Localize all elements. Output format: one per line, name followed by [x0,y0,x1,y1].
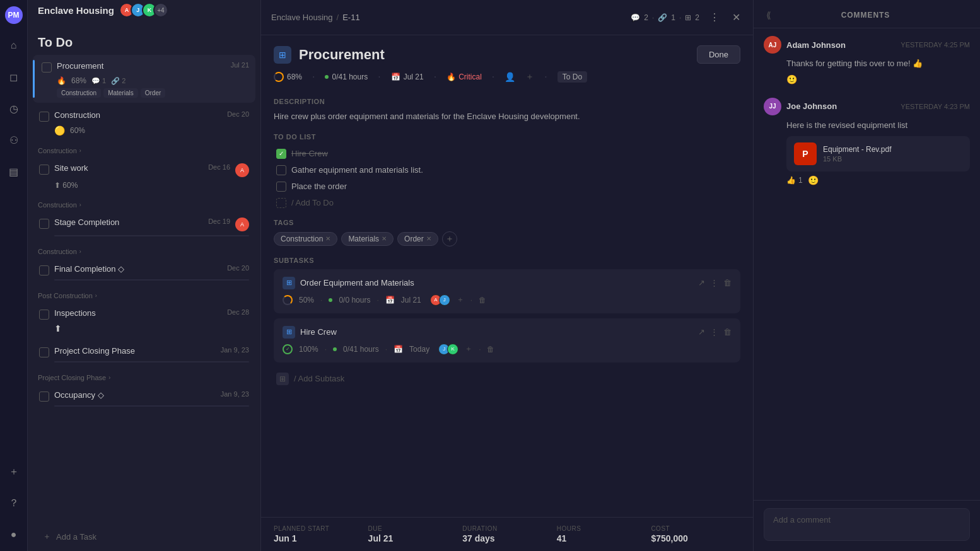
todo-item-0[interactable]: ✓ Hire Crew [274,146,740,162]
task-checkbox-stage[interactable] [39,219,49,229]
subtask-meta-1: ✓ 100% · 0/41 hours · 📅 Today J K ＋ · 🗑 [283,344,732,355]
attachment-name: Equipment - Rev.pdf [823,145,892,154]
subtask-external-1[interactable]: ↗ [698,327,705,337]
todo-check-0[interactable]: ✓ [276,149,286,159]
task-date-procurement: Jul 21 [231,61,249,69]
description-section-title: DESCRIPTION [274,98,740,105]
collapse-button[interactable]: ⟪ [764,9,774,21]
more-options-icon[interactable]: ⋮ [707,9,722,26]
subtask-trash-icon-1[interactable]: 🗑 [487,345,494,354]
tasks-scroll[interactable]: Procurement Jul 21 🔥 68% 💬 1 🔗 2 Constru… [28,55,260,522]
task-item-procurement[interactable]: Procurement Jul 21 🔥 68% 💬 1 🔗 2 Constru… [33,55,255,103]
todo-item-2[interactable]: Place the order [274,178,740,195]
subtask-delete-0[interactable]: 🗑 [723,278,732,287]
avatar: K [447,344,458,355]
tag-pill-materials[interactable]: Materials ✕ [341,232,394,246]
tag-pill-construction[interactable]: Construction ✕ [274,232,337,246]
task-progress-icon-construction: 🟡 [54,125,65,136]
add-icon[interactable]: ＋ [4,461,24,482]
stat-duration: DURATION 37 days [462,525,552,543]
task-item-construction[interactable]: Construction Dec 20 🟡 60% [33,104,255,141]
tag-pill-order[interactable]: Order ✕ [397,232,438,246]
todo-check-1[interactable] [276,165,286,175]
add-todo-button[interactable]: / Add To Do [274,195,740,211]
subtask-meta-0: 50% · 0/0 hours · 📅 Jul 21 A J ＋ · 🗑 [283,294,732,306]
tag-construction: Construction [57,88,101,98]
task-checkbox-occupancy[interactable] [39,392,49,402]
section-label-sitework: Construction › [33,142,255,157]
inbox-icon[interactable]: ◻ [4,67,24,87]
subtask-add-assignee-0[interactable]: ＋ [457,294,464,305]
tag-add-button[interactable]: ＋ [442,231,457,246]
priority-badge[interactable]: 🔥 Critical [446,72,482,81]
subtask-more-0[interactable]: ⋮ [710,278,718,287]
task-item-final[interactable]: Final Completion ◇ Dec 20 [33,258,255,286]
task-item-sitework[interactable]: Site work Dec 16 A ⬆ 60% [33,157,255,195]
clock-icon[interactable]: ◷ [4,98,24,119]
comment-text-1: Here is the revised equipment list [764,119,970,132]
todo-item-1[interactable]: Gather equipment and materials list. [274,162,740,178]
inspections-progress: ⬆ [54,323,62,334]
detail-scroll[interactable]: DESCRIPTION Hire crew plus order equipme… [261,90,753,517]
add-assignee-icon[interactable]: ＋ [525,71,534,83]
comment-time-0: YESTERDAY 4:25 PM [901,41,970,49]
task-checkbox-final[interactable] [39,265,49,276]
date-value: Jul 21 [404,72,424,81]
subtask-avatars-1: J K [438,344,458,355]
active-accent [33,60,35,98]
task-date-construction: Dec 20 [227,110,249,118]
add-subtask-button[interactable]: ⊞ / Add Subtask [274,368,740,390]
subtask-trash-icon-0[interactable]: 🗑 [479,296,486,304]
task-item-occupancy[interactable]: Occupancy ◇ Jan 9, 23 [33,384,255,412]
app-logo[interactable]: PM [5,6,23,24]
tag-remove-order[interactable]: ✕ [426,235,431,242]
task-item-closing[interactable]: Project Closing Phase Jan 9, 23 [33,340,255,368]
home-icon[interactable]: ⌂ [4,35,24,55]
task-checkbox-closing[interactable] [39,347,49,357]
todo-check-2[interactable] [276,182,286,192]
topbar-actions: 💬 2 · 🔗 1 · ⊞ 2 ⋮ ✕ [631,9,743,26]
subtask-external-0[interactable]: ↗ [698,278,705,287]
stat-duration-label: DURATION [462,525,552,532]
section-label-inspections: Post Construction › [33,287,255,302]
subtask-progress-ring-0 [283,295,293,305]
attachment-info: Equipment - Rev.pdf 15 KB [823,145,892,163]
comment-item-0: AJ Adam Johnson YESTERDAY 4:25 PM Thanks… [764,36,970,85]
task-progress-procurement: 68% [71,76,86,85]
user-icon[interactable]: ● [4,525,24,545]
reaction-thumb[interactable]: 👍 1 [786,176,803,185]
detail-footer: PLANNED START Jun 1 DUE Jul 21 DURATION … [261,517,753,551]
hours-value: 0/41 hours [332,72,368,81]
close-icon[interactable]: ✕ [730,9,743,26]
emoji-add-icon-0[interactable]: 🙂 [786,74,797,84]
task-item-inspections[interactable]: Inspections Dec 28 ⬆ [33,302,255,339]
task-name-procurement: Procurement [57,61,226,71]
subtask-more-1[interactable]: ⋮ [710,327,718,337]
comment-input[interactable] [764,508,970,541]
subtask-icon-0: ⊞ [283,277,295,289]
status-badge[interactable]: To Do [557,71,587,83]
tag-remove-construction[interactable]: ✕ [325,235,330,242]
subtask-add-assignee-1[interactable]: ＋ [465,344,472,354]
task-checkbox-construction[interactable] [39,112,49,122]
task-checkbox-sitework[interactable] [39,165,49,175]
subtask-name-1: Hire Crew [300,327,693,337]
subtask-progress-0: 50% [299,296,314,304]
subtask-delete-1[interactable]: 🗑 [723,327,732,337]
add-task-button[interactable]: ＋ Add a Task [33,525,255,548]
done-button[interactable]: Done [697,45,740,64]
breadcrumb-project[interactable]: Enclave Housing [271,13,333,22]
emoji-add-icon-1[interactable]: 🙂 [808,175,819,185]
status-value: To Do [563,72,582,81]
section-label-occupancy: Project Closing Phase › [33,369,255,384]
tag-remove-materials[interactable]: ✕ [382,235,387,242]
comments-scroll[interactable]: AJ Adam Johnson YESTERDAY 4:25 PM Thanks… [754,28,980,500]
hours-dot [325,75,329,79]
folder-icon[interactable]: ▤ [4,161,24,182]
task-item-stage[interactable]: Stage Completion Dec 19 A [33,211,255,241]
task-checkbox-inspections[interactable] [39,310,49,320]
comments-panel: ⟪ COMMENTS AJ Adam Johnson YESTERDAY 4:2… [753,0,980,551]
help-icon[interactable]: ？ [4,493,24,513]
task-checkbox-procurement[interactable] [42,62,52,72]
people-icon[interactable]: ⚇ [4,130,24,150]
